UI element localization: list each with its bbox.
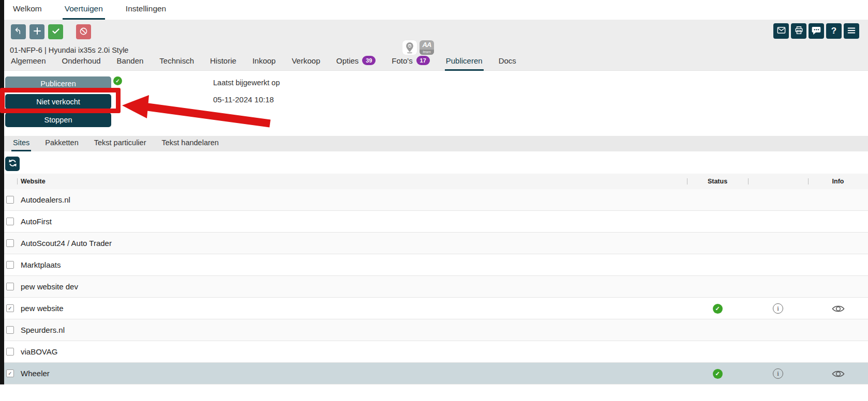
vehicle-tab-label: Verkoop	[292, 56, 320, 65]
site-name: pew website dev	[21, 276, 78, 297]
main-tab-instellingen[interactable]: Instellingen	[124, 4, 168, 20]
site-checkbox[interactable]	[6, 283, 14, 290]
details-cell	[748, 233, 808, 254]
site-row[interactable]: ✓pew website✓i	[0, 298, 868, 319]
site-name: AutoScout24 / Auto Trader	[21, 233, 112, 254]
vehicle-tab-publiceren[interactable]: Publiceren	[445, 56, 484, 71]
vehicle-title: 01-NFP-6 | Hyundai ix35s 2.0i Style	[10, 46, 128, 54]
site-row[interactable]: pew website dev	[0, 276, 868, 298]
vehicle-tab-algemeen[interactable]: Algemeen	[10, 56, 47, 71]
vehicle-tab-foto-s[interactable]: Foto's17	[391, 56, 430, 71]
info-icon[interactable]: i	[773, 368, 783, 379]
vehicle-tab-technisch[interactable]: Technisch	[158, 56, 195, 71]
main-tab-voertuigen[interactable]: Voertuigen	[63, 4, 105, 20]
info-cell	[808, 189, 868, 211]
status-cell	[687, 254, 748, 276]
utility-toolbar: ?	[773, 23, 859, 39]
site-row[interactable]: AutoFirst	[0, 211, 868, 233]
main-tab-welkom[interactable]: Welkom	[11, 4, 44, 20]
vehicle-tab-onderhoud[interactable]: Onderhoud	[61, 56, 102, 71]
block-button[interactable]	[76, 24, 91, 39]
site-checkbox[interactable]	[6, 326, 14, 334]
details-cell: i	[748, 363, 808, 384]
vehicle-tab-inkoop[interactable]: Inkoop	[251, 56, 277, 71]
back-button[interactable]	[11, 24, 26, 39]
vehicle-tab-opties[interactable]: Opties39	[335, 56, 377, 71]
publish-subtab-bar: SitesPakkettenTekst particulierTekst han…	[0, 136, 868, 151]
vehicle-tab-label: Docs	[499, 56, 516, 65]
subtab-pakketten[interactable]: Pakketten	[43, 138, 80, 151]
chat-button[interactable]	[809, 23, 824, 39]
count-badge: 39	[362, 56, 376, 65]
site-checkbox[interactable]	[6, 196, 14, 204]
column-header-status[interactable]: Status	[687, 178, 748, 185]
site-checkbox[interactable]	[6, 239, 14, 247]
vehicle-tab-historie[interactable]: Historie	[209, 56, 237, 71]
site-name: Marktplaats	[21, 254, 61, 275]
site-row[interactable]: Speurders.nl	[0, 319, 868, 341]
status-cell	[687, 341, 748, 363]
confirm-button[interactable]	[48, 24, 63, 39]
last-updated-label: Laatst bijgewerkt op	[213, 79, 280, 87]
question-icon: ?	[831, 26, 836, 36]
site-name: viaBOVAG	[21, 341, 57, 362]
status-cell: ✓	[687, 363, 748, 384]
vehicle-toolbar	[11, 24, 91, 39]
menu-button[interactable]	[844, 23, 859, 39]
site-row[interactable]: AutoScout24 / Auto Trader	[0, 233, 868, 254]
site-row[interactable]: ✓Wheeler✓i	[0, 363, 868, 384]
subtab-tekst-handelaren[interactable]: Tekst handelaren	[160, 138, 220, 151]
site-checkbox[interactable]	[6, 261, 14, 269]
site-name: AutoFirst	[21, 211, 52, 232]
column-header-info[interactable]: Info	[808, 178, 868, 185]
site-checkbox[interactable]	[6, 348, 14, 356]
check-icon	[52, 27, 60, 37]
print-button[interactable]	[791, 23, 806, 39]
stoppen-button[interactable]: Stoppen	[5, 113, 111, 127]
vehicle-tab-label: Historie	[210, 56, 236, 65]
details-cell: i	[748, 298, 808, 319]
vehicle-header-panel: ? 01-NFP-6 | Hyundai ix35s 2.0i Style Al…	[0, 20, 868, 71]
main-tab-bar: WelkomVoertuigenInstellingen	[0, 0, 868, 20]
site-name: Wheeler	[21, 363, 50, 384]
site-row[interactable]: Autodealers.nl	[0, 189, 868, 211]
vehicle-tab-verkoop[interactable]: Verkoop	[291, 56, 321, 71]
vehicle-tab-docs[interactable]: Docs	[498, 56, 517, 71]
envelope-icon	[776, 25, 786, 37]
site-checkbox[interactable]: ✓	[6, 369, 14, 377]
info-cell	[808, 341, 868, 363]
eye-icon[interactable]	[832, 369, 845, 378]
details-cell	[748, 254, 808, 276]
site-row[interactable]: Marktplaats	[0, 254, 868, 276]
refresh-button[interactable]	[5, 157, 20, 171]
help-button[interactable]: ?	[826, 23, 842, 39]
vehicle-tab-banden[interactable]: Banden	[116, 56, 145, 71]
site-name: pew website	[21, 298, 64, 319]
eye-icon[interactable]	[832, 304, 845, 313]
publiceren-button[interactable]: Publiceren	[5, 76, 111, 90]
niet-verkocht-button[interactable]: Niet verkocht	[5, 94, 111, 109]
vehicle-tab-label: Algemeen	[11, 56, 46, 65]
plus-icon	[33, 27, 41, 37]
info-icon[interactable]: i	[773, 303, 783, 314]
vehicle-tab-label: Banden	[117, 56, 144, 65]
site-checkbox[interactable]	[6, 218, 14, 225]
column-header-website[interactable]: Website	[21, 178, 46, 185]
aa-team-logo: AA team	[420, 40, 434, 55]
subtab-sites[interactable]: Sites	[11, 138, 31, 151]
vehicle-tab-label: Inkoop	[252, 56, 276, 65]
info-cell	[808, 254, 868, 276]
site-checkbox[interactable]: ✓	[6, 304, 14, 312]
info-cell	[808, 276, 868, 298]
publish-channel-icons: AA team	[402, 40, 434, 55]
chat-icon	[811, 25, 821, 37]
subtab-tekst-particulier[interactable]: Tekst particulier	[93, 138, 148, 151]
info-cell	[808, 363, 868, 384]
add-button[interactable]	[29, 24, 44, 39]
info-cell	[808, 319, 868, 341]
mail-button[interactable]	[773, 23, 789, 39]
vehicle-tab-label: Onderhoud	[62, 56, 101, 65]
site-row[interactable]: viaBOVAG	[0, 341, 868, 363]
left-edge-bar	[0, 0, 4, 384]
location-pin-icon	[402, 40, 417, 55]
